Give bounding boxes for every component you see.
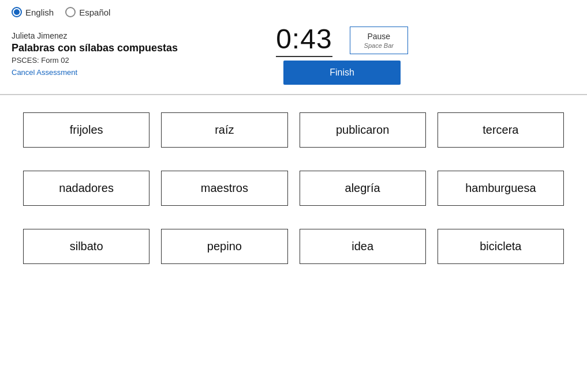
word-card[interactable]: frijoles: [23, 112, 149, 148]
spacebar-hint: Space Bar: [364, 42, 394, 49]
form-label: PSCES: Form 02: [12, 56, 178, 65]
word-row-3: silbato pepino idea bicicleta: [23, 229, 564, 264]
espanol-radio[interactable]: [65, 7, 76, 17]
cancel-assessment-link[interactable]: Cancel Assessment: [12, 68, 178, 77]
espanol-label: Español: [79, 7, 110, 17]
left-info: Julieta Jimenez Palabras con sílabas com…: [12, 31, 178, 77]
header-main: Julieta Jimenez Palabras con sílabas com…: [12, 23, 575, 85]
word-card[interactable]: publicaron: [300, 112, 426, 148]
word-card[interactable]: hamburguesa: [438, 171, 564, 206]
english-radio[interactable]: [12, 7, 22, 17]
word-card[interactable]: bicicleta: [438, 229, 564, 264]
pause-button[interactable]: Pause Space Bar: [350, 27, 408, 54]
word-card[interactable]: pepino: [161, 229, 287, 264]
assessment-title: Palabras con sílabas compuestas: [12, 42, 178, 55]
word-card[interactable]: raíz: [161, 112, 287, 148]
word-card[interactable]: alegría: [300, 171, 426, 206]
timer-display: 0:43: [276, 23, 332, 57]
header: English Español Julieta Jimenez Palabras…: [0, 0, 587, 95]
word-card[interactable]: idea: [300, 229, 426, 264]
center-area: 0:43 Pause Space Bar Finish: [276, 23, 408, 85]
word-row-2: nadadores maestros alegría hamburguesa: [23, 171, 564, 206]
student-name: Julieta Jimenez: [12, 31, 178, 40]
finish-button[interactable]: Finish: [283, 61, 401, 85]
word-card[interactable]: tercera: [438, 112, 564, 148]
word-grid-area: frijoles raíz publicaron tercera nadador…: [0, 95, 587, 304]
pause-button-label: Pause: [367, 32, 390, 41]
english-option[interactable]: English: [12, 7, 54, 17]
english-label: English: [25, 7, 54, 17]
word-card[interactable]: nadadores: [23, 171, 149, 206]
word-card[interactable]: silbato: [23, 229, 149, 264]
timer-row: 0:43 Pause Space Bar: [276, 23, 408, 57]
word-card[interactable]: maestros: [161, 171, 287, 206]
word-row-1: frijoles raíz publicaron tercera: [23, 112, 564, 148]
language-selector: English Español: [12, 7, 575, 17]
espanol-option[interactable]: Español: [65, 7, 110, 17]
